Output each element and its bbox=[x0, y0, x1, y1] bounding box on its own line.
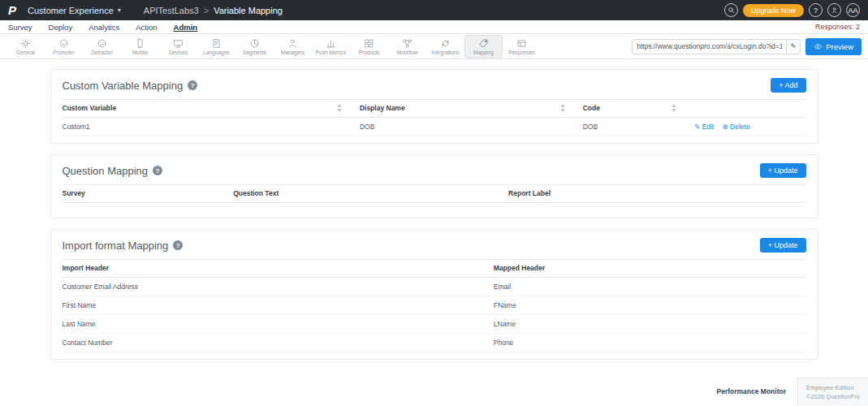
cell-display-name: DOB bbox=[360, 118, 583, 136]
avatar[interactable]: AA bbox=[846, 3, 860, 17]
toolbar-item-label: Workflow bbox=[396, 50, 418, 55]
table-header-row: Survey Question Text Report Label bbox=[63, 185, 806, 203]
mobile-icon bbox=[135, 38, 145, 49]
preview-button[interactable]: Preview bbox=[805, 38, 862, 55]
toolbar-item-segments[interactable]: Segments bbox=[235, 35, 274, 58]
toolbar-right: ✎ Preview bbox=[632, 38, 862, 55]
sort-icon[interactable] bbox=[337, 104, 342, 112]
table-row: Customer Email Address Email bbox=[63, 278, 806, 296]
toolbar-item-detractor[interactable]: Detractor bbox=[83, 35, 121, 58]
questionpro-logo[interactable]: P bbox=[8, 4, 16, 16]
nav-item-analytics[interactable]: Analytics bbox=[89, 23, 119, 32]
toolbar-item-label: Mobile bbox=[132, 50, 148, 55]
delete-link-label: Delete bbox=[730, 123, 750, 131]
section-title-text: Question Mapping bbox=[63, 165, 149, 177]
question-mapping-table: Survey Question Text Report Label bbox=[63, 184, 806, 203]
column-header-import-header: Import Header bbox=[63, 260, 494, 278]
table-row: Contact Number Phone bbox=[63, 334, 806, 352]
help-icon[interactable]: ? bbox=[153, 166, 162, 175]
account-button[interactable] bbox=[827, 3, 841, 17]
upgrade-now-button[interactable]: Upgrade Now bbox=[743, 4, 804, 17]
sort-icon[interactable] bbox=[672, 104, 676, 112]
nav-item-survey[interactable]: Survey bbox=[8, 23, 32, 32]
toolbar-item-mobile[interactable]: Mobile bbox=[121, 35, 159, 58]
column-header-mapped-header: Mapped Header bbox=[494, 260, 806, 278]
toolbar-item-label: Managers bbox=[281, 50, 304, 55]
breadcrumb-project[interactable]: APITestLabs3 bbox=[144, 6, 199, 15]
toolbar-item-products[interactable]: Products bbox=[350, 35, 388, 58]
table-header-row: Import Header Mapped Header bbox=[63, 260, 806, 278]
update-import-format-button[interactable]: + Update bbox=[760, 238, 806, 253]
sort-icon[interactable] bbox=[560, 104, 565, 112]
toolbar-item-devices[interactable]: Devices bbox=[159, 35, 197, 58]
column-header-custom-variable: Custom Variable bbox=[63, 104, 117, 112]
toolbar-item-label: Detractor bbox=[91, 50, 113, 55]
column-header-code: Code bbox=[583, 104, 600, 112]
empty-table-space bbox=[63, 203, 806, 211]
responses-count[interactable]: Responses: 2 bbox=[815, 23, 860, 31]
nav-item-deploy[interactable]: Deploy bbox=[49, 23, 73, 32]
breadcrumb: APITestLabs3 > Variable Mapping bbox=[144, 6, 283, 15]
cell-mapped-header: LName bbox=[494, 315, 806, 334]
toolbar-item-label: Push Metrics bbox=[316, 50, 347, 55]
mapping-tag-icon bbox=[478, 38, 489, 49]
push-metrics-icon bbox=[326, 38, 336, 49]
delete-link[interactable]: ⊗ Delete bbox=[723, 123, 750, 131]
nav-item-action[interactable]: Action bbox=[136, 23, 157, 32]
toolbar-item-push-metrics[interactable]: Push Metrics bbox=[312, 35, 350, 58]
toolbar-item-responses[interactable]: Responses bbox=[503, 35, 541, 58]
column-header-report-label: Report Label bbox=[508, 185, 805, 203]
nav-item-admin[interactable]: Admin bbox=[174, 23, 198, 32]
search-button[interactable] bbox=[724, 3, 738, 17]
admin-toolbar: General Promoter Detractor Mobile Device… bbox=[0, 34, 868, 59]
help-icon[interactable]: ? bbox=[188, 80, 197, 90]
edit-url-button[interactable]: ✎ bbox=[786, 40, 800, 54]
toolbar-item-label: Integrations bbox=[432, 50, 460, 55]
update-question-mapping-button[interactable]: + Update bbox=[760, 163, 806, 178]
topbar: P Customer Experience ▾ APITestLabs3 > V… bbox=[0, 0, 868, 20]
edition-info: Employee Edition ©2020 QuestionPro bbox=[797, 378, 868, 406]
column-header-question-text: Question Text bbox=[233, 185, 508, 203]
toolbar-item-workflow[interactable]: Workflow bbox=[388, 35, 426, 58]
section-title-import-format-mapping: Import format Mapping ? bbox=[63, 240, 184, 252]
table-row: Custom1 DOB DOB ✎ Edit ⊗ Delete bbox=[63, 118, 806, 136]
languages-icon bbox=[211, 38, 222, 49]
edit-link[interactable]: ✎ Edit bbox=[694, 123, 714, 131]
cell-import-header: Contact Number bbox=[63, 334, 494, 352]
toolbar-item-label: General bbox=[16, 50, 35, 55]
toolbar-item-integrations[interactable]: Integrations bbox=[426, 35, 464, 58]
toolbar-item-label: Mapping bbox=[473, 50, 494, 55]
cell-import-header: Last Name bbox=[63, 315, 494, 334]
help-icon[interactable]: ? bbox=[173, 240, 183, 250]
cell-code: DOB bbox=[583, 118, 694, 136]
cell-mapped-header: Phone bbox=[494, 334, 806, 352]
add-custom-variable-button[interactable]: + Add bbox=[771, 78, 805, 93]
help-button[interactable]: ? bbox=[809, 3, 823, 17]
toolbar-item-languages[interactable]: Languages bbox=[197, 35, 235, 58]
toolbar-item-mapping[interactable]: Mapping bbox=[464, 35, 503, 58]
eye-icon bbox=[814, 42, 823, 51]
toolbar-item-label: Languages bbox=[203, 50, 229, 55]
row-actions: ✎ Edit ⊗ Delete bbox=[694, 118, 805, 136]
import-format-mapping-section: Import format Mapping ? + Update Import … bbox=[50, 229, 818, 360]
cell-custom-variable: Custom1 bbox=[63, 118, 360, 136]
toolbar-item-managers[interactable]: Managers bbox=[274, 35, 312, 58]
custom-variable-mapping-section: Custom Variable Mapping ? + Add Custom V… bbox=[50, 69, 818, 144]
performance-monitor-link[interactable]: Performance Monitor bbox=[717, 387, 787, 395]
integrations-icon bbox=[440, 38, 451, 49]
toolbar-item-label: Responses bbox=[508, 50, 535, 55]
toolbar-item-promoter[interactable]: Promoter bbox=[45, 35, 83, 58]
custom-variable-table: Custom Variable Display Name Code Custom… bbox=[63, 99, 806, 136]
section-title-custom-variable-mapping: Custom Variable Mapping ? bbox=[63, 80, 198, 92]
delete-icon: ⊗ bbox=[723, 123, 728, 131]
product-switcher[interactable]: Customer Experience ▾ bbox=[23, 6, 126, 15]
detractor-frown-icon bbox=[97, 38, 107, 49]
search-icon bbox=[728, 6, 735, 14]
toolbar-item-general[interactable]: General bbox=[6, 35, 45, 58]
product-switcher-label: Customer Experience bbox=[28, 6, 114, 15]
question-mark-icon: ? bbox=[814, 6, 818, 15]
main-content: Custom Variable Mapping ? + Add Custom V… bbox=[0, 59, 868, 360]
section-title-question-mapping: Question Mapping ? bbox=[63, 165, 163, 177]
survey-url-input[interactable] bbox=[633, 42, 786, 50]
breadcrumb-separator: > bbox=[204, 6, 209, 15]
